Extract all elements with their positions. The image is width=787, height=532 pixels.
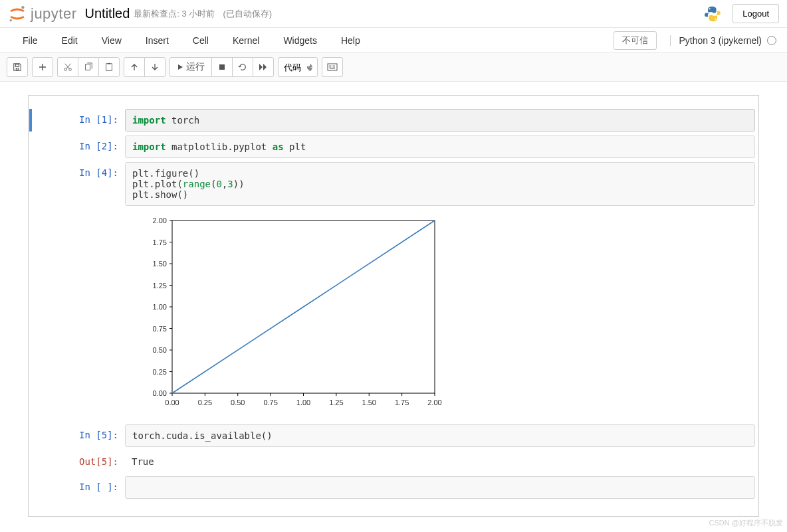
svg-text:0.50: 0.50 (231, 399, 245, 406)
restart-run-all-button[interactable] (253, 57, 274, 77)
save-button[interactable] (7, 57, 28, 77)
code-input[interactable] (125, 476, 755, 499)
svg-text:0.50: 0.50 (153, 346, 167, 354)
menu-cell[interactable]: Cell (181, 30, 221, 51)
svg-text:2.00: 2.00 (427, 399, 441, 406)
header: jupyter Untitled 最新检查点: 3 小时前 (已自动保存) Lo… (0, 0, 787, 28)
restart-button[interactable] (232, 57, 253, 77)
code-input[interactable]: import torch (125, 109, 755, 132)
code-input[interactable]: torch.cuda.is_available() (125, 424, 755, 447)
svg-text:0.00: 0.00 (165, 399, 179, 406)
toolbar: 运行 代码 ▲▼ (0, 53, 787, 82)
play-icon (177, 64, 183, 70)
code-cell[interactable]: In [ ]: (32, 476, 755, 499)
notebook-name[interactable]: Untitled (85, 6, 130, 21)
svg-point-2 (709, 8, 711, 9)
input-prompt: In [2]: (32, 135, 125, 158)
svg-text:1.00: 1.00 (153, 303, 167, 311)
arrow-up-icon (130, 63, 138, 71)
scissors-icon (63, 62, 72, 72)
code-input[interactable]: plt.figure() plt.plot(range(0,3)) plt.sh… (125, 162, 755, 206)
menu-view[interactable]: View (90, 30, 134, 51)
menubar: FileEditViewInsertCellKernelWidgetsHelp … (0, 28, 787, 53)
command-palette-button[interactable] (322, 57, 343, 77)
logo[interactable]: jupyter (8, 5, 77, 23)
svg-rect-6 (86, 64, 90, 70)
paste-icon (104, 62, 114, 72)
svg-text:1.75: 1.75 (395, 399, 409, 406)
input-prompt: In [1]: (32, 109, 125, 132)
fast-forward-icon (259, 63, 268, 71)
svg-text:0.75: 0.75 (263, 399, 277, 406)
logout-button[interactable]: Logout (732, 4, 779, 23)
jupyter-icon (8, 5, 27, 23)
menu-insert[interactable]: Insert (134, 30, 181, 51)
menu-widgets[interactable]: Widgets (271, 30, 329, 51)
kernel-indicator-idle (767, 36, 776, 45)
svg-text:1.75: 1.75 (153, 238, 167, 246)
copy-button[interactable] (78, 57, 99, 77)
save-icon (13, 62, 22, 72)
svg-rect-8 (108, 63, 110, 64)
svg-text:0.75: 0.75 (153, 325, 167, 333)
stop-button[interactable] (211, 57, 233, 77)
code-cell[interactable]: In [5]:torch.cuda.is_available() (32, 424, 755, 447)
insert-cell-button[interactable] (32, 57, 53, 77)
restart-icon (238, 62, 247, 72)
code-cell[interactable]: In [2]:import matplotlib.pyplot as plt (32, 135, 755, 158)
arrow-down-icon (151, 63, 159, 71)
menu-kernel[interactable]: Kernel (221, 30, 271, 51)
svg-point-3 (715, 18, 716, 19)
run-group: 运行 (169, 57, 274, 77)
kernel-name[interactable]: Python 3 (ipykernel) (670, 35, 762, 46)
input-prompt: In [4]: (32, 162, 125, 206)
menu-file[interactable]: File (11, 30, 50, 51)
output-text: True (125, 451, 755, 472)
cells-wrapper: In [1]:import torchIn [2]:import matplot… (28, 95, 759, 517)
output-cell: Out[5]:True (32, 451, 755, 472)
plot-output: 0.000.250.500.751.001.251.501.752.000.00… (136, 213, 448, 418)
output-prompt: Out[5]: (32, 451, 125, 472)
svg-text:2.00: 2.00 (153, 217, 167, 224)
menu-items: FileEditViewInsertCellKernelWidgetsHelp (11, 30, 372, 51)
menu-edit[interactable]: Edit (50, 30, 90, 51)
paste-button[interactable] (98, 57, 120, 77)
svg-text:0.25: 0.25 (153, 368, 167, 376)
svg-text:1.25: 1.25 (329, 399, 343, 406)
svg-text:0.25: 0.25 (198, 399, 212, 406)
trust-badge[interactable]: 不可信 (614, 31, 657, 50)
watermark: CSDN @好程序不脱发 (709, 518, 783, 528)
run-button[interactable]: 运行 (169, 57, 212, 77)
code-cell[interactable]: In [1]:import torch (29, 109, 755, 132)
python-icon (703, 5, 722, 23)
input-prompt: In [5]: (32, 424, 125, 447)
move-up-button[interactable] (124, 57, 145, 77)
move-down-button[interactable] (144, 57, 166, 77)
svg-text:1.50: 1.50 (362, 399, 376, 406)
svg-point-1 (9, 19, 12, 22)
menu-help[interactable]: Help (329, 30, 372, 51)
autosave-status: (已自动保存) (223, 8, 272, 20)
svg-point-4 (64, 68, 67, 71)
svg-text:0.00: 0.00 (153, 389, 167, 397)
copy-icon (84, 62, 93, 72)
code-cell[interactable]: In [4]:plt.figure() plt.plot(range(0,3))… (32, 162, 755, 206)
svg-text:1.50: 1.50 (153, 260, 167, 268)
logo-text: jupyter (31, 5, 77, 23)
output-cell: 0.000.250.500.751.001.251.501.752.000.00… (32, 210, 755, 420)
run-label: 运行 (186, 61, 205, 73)
move-cell-group (124, 57, 166, 77)
svg-point-5 (69, 68, 72, 71)
notebook-container: In [1]:import torchIn [2]:import matplot… (15, 82, 772, 530)
plus-icon (39, 63, 47, 71)
cut-button[interactable] (57, 57, 78, 77)
input-prompt: In [ ]: (32, 476, 125, 499)
cell-type-select[interactable]: 代码 (278, 57, 318, 77)
stop-icon (219, 64, 225, 70)
code-input[interactable]: import matplotlib.pyplot as plt (125, 135, 755, 158)
svg-point-0 (21, 6, 24, 9)
cut-copy-paste-group (57, 57, 120, 77)
svg-rect-7 (106, 64, 112, 71)
plot-output-area: 0.000.250.500.751.001.251.501.752.000.00… (125, 210, 448, 420)
cell-type-select-wrapper: 代码 ▲▼ (278, 57, 318, 77)
